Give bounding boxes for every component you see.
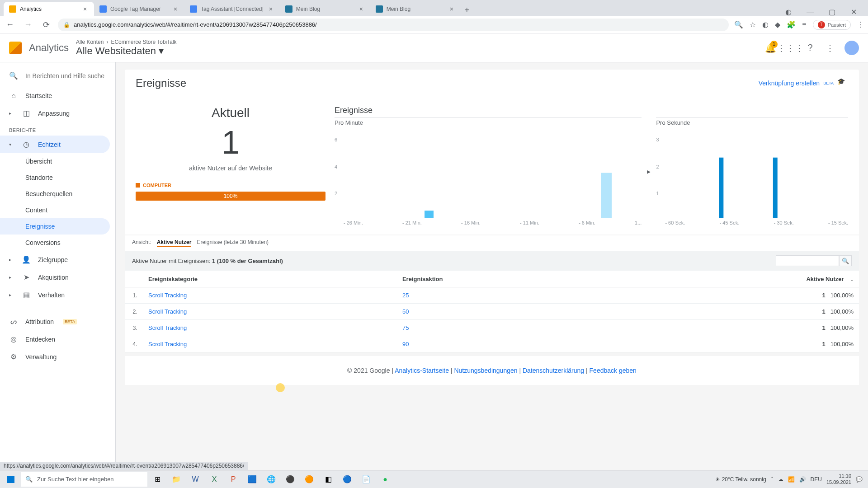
- bookmark-icon[interactable]: ☆: [750, 20, 756, 29]
- close-icon[interactable]: ×: [267, 5, 274, 13]
- clock[interactable]: 11:10 15.09.2021: [826, 473, 851, 485]
- view-tab-events-30min[interactable]: Ereignisse (letzte 30 Minuten): [197, 239, 269, 247]
- url-field[interactable]: 🔒 analytics.google.com/analytics/web/#/r…: [58, 19, 729, 31]
- notifications-button[interactable]: 🔔 1: [765, 42, 776, 53]
- chart-next-button[interactable]: ▸: [647, 117, 651, 225]
- row-action[interactable]: 50: [397, 304, 613, 320]
- notifications-icon[interactable]: 💬: [856, 476, 863, 483]
- close-icon[interactable]: ×: [358, 5, 365, 13]
- footer-link-terms[interactable]: Nutzungsbedingungen: [454, 367, 517, 374]
- col-users[interactable]: Aktive Nutzer ↓: [613, 271, 859, 287]
- settings-button[interactable]: ⋮: [825, 42, 835, 53]
- powerpoint-icon[interactable]: P: [224, 472, 242, 487]
- close-icon[interactable]: ×: [172, 5, 179, 13]
- taskbar-search[interactable]: 🔍 Zur Suche Text hier eingeben: [21, 472, 147, 487]
- view-tab-active-users[interactable]: Aktive Nutzer: [157, 239, 192, 247]
- table-row[interactable]: 1. Scroll Tracking 25 1 100,00%: [125, 287, 859, 304]
- apps-button[interactable]: ⋮⋮⋮: [785, 42, 796, 53]
- zoom-icon[interactable]: 🔍: [734, 20, 743, 29]
- sidebar-search[interactable]: 🔍: [0, 68, 115, 84]
- col-category[interactable]: Ereigniskategorie: [143, 271, 397, 287]
- close-icon[interactable]: ×: [81, 5, 89, 13]
- table-row[interactable]: 4. Scroll Tracking 90 1 100,00%: [125, 336, 859, 352]
- tab-tag-assistant[interactable]: Tag Assistant [Connected] ×: [184, 2, 280, 16]
- table-row[interactable]: 2. Scroll Tracking 50 1 100,00%: [125, 304, 859, 320]
- row-action[interactable]: 75: [397, 320, 613, 336]
- sidebar-item-events[interactable]: Ereignisse: [0, 218, 110, 235]
- row-category[interactable]: Scroll Tracking: [143, 336, 397, 352]
- app-icon-3[interactable]: ◧: [319, 472, 337, 487]
- avatar[interactable]: [844, 41, 859, 55]
- sidebar-item-conversions[interactable]: Conversions: [0, 235, 115, 251]
- row-category[interactable]: Scroll Tracking: [143, 304, 397, 320]
- word-icon[interactable]: W: [186, 472, 204, 487]
- sidebar-item-overview[interactable]: Übersicht: [0, 153, 115, 169]
- row-category[interactable]: Scroll Tracking: [143, 320, 397, 336]
- new-tab-button[interactable]: +: [461, 4, 473, 16]
- sidebar-item-locations[interactable]: Standorte: [0, 169, 115, 186]
- sidebar-item-acquisition[interactable]: ▸ ➤ Akquisition: [0, 268, 115, 286]
- analytics-logo-icon[interactable]: [9, 42, 22, 54]
- tab-blog-2[interactable]: Mein Blog ×: [370, 2, 461, 16]
- menu-icon[interactable]: ⋮: [857, 20, 864, 29]
- account-selector[interactable]: Alle Konten › ECommerce Store TobiTalk A…: [76, 39, 177, 57]
- sidebar-item-home[interactable]: ⌂ Startseite: [0, 87, 115, 104]
- back-button[interactable]: ←: [4, 19, 16, 31]
- obs-icon[interactable]: ⚫: [281, 472, 299, 487]
- tab-analytics[interactable]: Analytics ×: [4, 2, 94, 16]
- reading-list-icon[interactable]: ≡: [802, 21, 806, 29]
- row-category[interactable]: Scroll Tracking: [143, 287, 397, 304]
- minimize-button[interactable]: —: [803, 8, 817, 16]
- app-icon-2[interactable]: 🟠: [300, 472, 318, 487]
- sidebar-item-audience[interactable]: ▸ 👤 Zielgruppe: [0, 251, 115, 268]
- maximize-button[interactable]: ▢: [825, 8, 839, 16]
- sidebar-item-behavior[interactable]: ▸ ▦ Verhalten: [0, 286, 115, 304]
- extensions-icon[interactable]: 🧩: [787, 20, 796, 29]
- app-icon[interactable]: 🟦: [243, 472, 261, 487]
- table-row[interactable]: 3. Scroll Tracking 75 1 100,00%: [125, 320, 859, 336]
- sidebar-item-content[interactable]: Content: [0, 202, 115, 218]
- sidebar-item-realtime[interactable]: ▾ ◷ Echtzeit: [0, 136, 110, 153]
- incognito-icon[interactable]: ◐: [781, 8, 796, 16]
- edge-icon[interactable]: 🔵: [338, 472, 356, 487]
- language-indicator[interactable]: DEU: [811, 476, 822, 483]
- footer-link-feedback[interactable]: Feedback geben: [590, 367, 637, 374]
- col-action[interactable]: Ereignisaktion: [397, 271, 613, 287]
- close-window-button[interactable]: ✕: [846, 8, 861, 16]
- sidebar-item-admin[interactable]: ⚙ Verwaltung: [0, 348, 115, 366]
- sidebar-item-customization[interactable]: ▸ ◫ Anpassung: [0, 104, 115, 122]
- tab-blog-1[interactable]: Mein Blog ×: [280, 2, 370, 16]
- volume-icon[interactable]: 🔊: [799, 476, 806, 483]
- table-search-button[interactable]: 🔍: [839, 255, 852, 266]
- extension-icon-2[interactable]: ◆: [775, 20, 780, 29]
- reload-button[interactable]: ⟳: [40, 19, 52, 31]
- task-view-button[interactable]: ⊞: [148, 472, 166, 487]
- tray-chevron-icon[interactable]: ˄: [771, 476, 774, 483]
- tab-gtm[interactable]: Google Tag Manager ×: [94, 2, 184, 16]
- profile-paused-badge[interactable]: T Pausiert: [813, 20, 851, 30]
- footer-link-privacy[interactable]: Datenschutzerklärung: [523, 367, 584, 374]
- footer-link-home[interactable]: Analytics-Startseite: [395, 367, 449, 374]
- search-input[interactable]: [25, 72, 104, 80]
- notepad-icon[interactable]: 📄: [357, 472, 375, 487]
- chrome-icon[interactable]: 🌐: [262, 472, 280, 487]
- start-button[interactable]: [2, 472, 20, 487]
- sidebar-item-discover[interactable]: ◎ Entdecken: [0, 330, 115, 348]
- row-action[interactable]: 90: [397, 336, 613, 352]
- create-shortcut-link[interactable]: Verknüpfung erstellen BETA 🎓: [759, 78, 848, 89]
- table-search-input[interactable]: [776, 255, 839, 266]
- excel-icon[interactable]: X: [205, 472, 223, 487]
- explorer-icon[interactable]: 📁: [167, 472, 185, 487]
- close-icon[interactable]: ×: [448, 5, 455, 13]
- sidebar-item-attribution[interactable]: ᔕ Attribution BETA: [0, 313, 115, 330]
- help-button[interactable]: ?: [805, 42, 816, 53]
- onedrive-icon[interactable]: ☁: [778, 476, 783, 483]
- extension-icon-1[interactable]: ◐: [762, 20, 769, 29]
- sidebar-item-traffic-sources[interactable]: Besucherquellen: [0, 186, 115, 202]
- wifi-icon[interactable]: 📶: [788, 476, 795, 483]
- spotify-icon[interactable]: ●: [376, 472, 394, 487]
- education-icon[interactable]: 🎓: [837, 78, 848, 89]
- weather-widget[interactable]: ☀ 20°C Teilw. sonnig: [715, 476, 766, 483]
- forward-button[interactable]: →: [22, 19, 34, 31]
- row-action[interactable]: 25: [397, 287, 613, 304]
